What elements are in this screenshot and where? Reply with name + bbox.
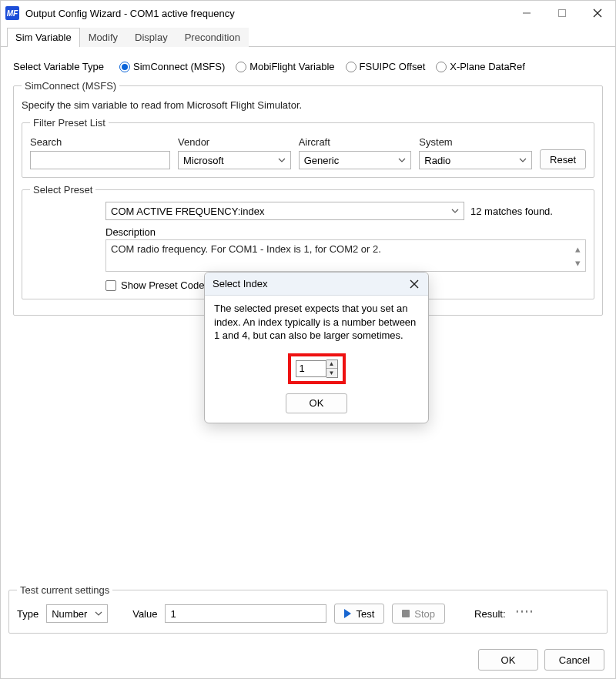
value-label: Value xyxy=(132,608,157,620)
tab-sim-variable[interactable]: Sim Variable xyxy=(7,28,80,47)
tab-display[interactable]: Display xyxy=(126,28,176,47)
chevron-up-icon: ▲ xyxy=(326,360,337,369)
description-text: COM radio frequency. For COM1 - Index is… xyxy=(111,243,381,255)
type-label: Type xyxy=(17,608,38,620)
test-settings-legend: Test current settings xyxy=(17,584,112,596)
dialog-title: Select Index xyxy=(213,278,268,289)
chevron-down-icon xyxy=(397,155,407,166)
radio-icon xyxy=(436,62,447,72)
tab-modify[interactable]: Modify xyxy=(80,28,126,47)
minimize-button[interactable] xyxy=(509,1,544,25)
simconnect-legend: SimConnect (MSFS) xyxy=(22,80,119,92)
chevron-down-icon: ▾ xyxy=(571,256,584,269)
dialog-body-text: The selected preset expects that you set… xyxy=(214,302,419,343)
system-select[interactable]: Radio xyxy=(419,151,532,169)
chevron-up-icon: ▴ xyxy=(571,242,584,256)
select-index-dialog: Select Index The selected preset expects… xyxy=(204,272,429,423)
radio-label: MobiFlight Variable xyxy=(249,61,334,72)
index-stepper[interactable]: ▲ ▼ xyxy=(326,360,338,378)
match-count: 12 matches found. xyxy=(470,206,586,217)
radio-simconnect[interactable]: SimConnect (MSFS) xyxy=(119,61,225,72)
play-icon xyxy=(344,609,351,618)
chevron-down-icon xyxy=(276,155,287,166)
index-input[interactable] xyxy=(296,360,326,377)
maximize-button[interactable] xyxy=(544,1,580,25)
dialog-close-button[interactable] xyxy=(408,278,420,290)
ok-button[interactable]: OK xyxy=(478,649,538,671)
simconnect-instruction: Specify the sim variable to read from Mi… xyxy=(22,99,594,111)
system-label: System xyxy=(419,136,532,148)
svg-rect-1 xyxy=(559,10,566,17)
system-value: Radio xyxy=(424,155,450,166)
filter-group: Filter Preset List Search Vendor Microso… xyxy=(22,117,594,178)
titlebar: MF Output Config Wizard - COM1 active fr… xyxy=(1,1,615,25)
preset-value: COM ACTIVE FREQUENCY:index xyxy=(111,206,264,217)
chevron-down-icon xyxy=(450,206,460,216)
radio-icon xyxy=(119,62,130,72)
close-button[interactable] xyxy=(580,1,615,25)
test-settings-group: Test current settings Type Number Value … xyxy=(8,584,608,634)
app-icon: MF xyxy=(5,6,19,20)
tab-precondition[interactable]: Precondition xyxy=(176,28,249,47)
minimize-icon xyxy=(522,8,531,18)
filter-legend: Filter Preset List xyxy=(30,117,109,129)
chevron-down-icon xyxy=(517,155,528,166)
show-preset-code-label: Show Preset Code xyxy=(121,279,204,291)
show-preset-code-checkbox[interactable] xyxy=(105,280,116,291)
window-title: Output Config Wizard - COM1 active frequ… xyxy=(25,8,235,19)
aircraft-label: Aircraft xyxy=(299,136,412,148)
test-button[interactable]: Test xyxy=(334,604,384,624)
aircraft-select[interactable]: Generic xyxy=(299,151,412,169)
type-select[interactable]: Number xyxy=(46,604,108,623)
search-input[interactable] xyxy=(30,151,170,169)
search-label: Search xyxy=(30,136,170,148)
vendor-value: Microsoft xyxy=(183,155,224,166)
index-spinner-highlight: ▲ ▼ xyxy=(288,353,346,384)
stop-button[interactable]: Stop xyxy=(392,604,445,624)
dialog-ok-button[interactable]: OK xyxy=(286,393,347,413)
result-value: ' ' ' ' xyxy=(517,608,533,620)
vendor-label: Vendor xyxy=(178,136,291,148)
tab-strip: Sim Variable Modify Display Precondition xyxy=(1,27,615,47)
stop-icon xyxy=(402,610,410,617)
radio-label: SimConnect (MSFS) xyxy=(133,61,225,72)
radio-fsuipc-offset[interactable]: FSUIPC Offset xyxy=(346,61,426,72)
preset-select[interactable]: COM ACTIVE FREQUENCY:index xyxy=(105,202,464,220)
radio-label: X-Plane DataRef xyxy=(450,61,525,72)
aircraft-value: Generic xyxy=(304,155,340,166)
select-preset-legend: Select Preset xyxy=(30,184,95,196)
result-label: Result: xyxy=(474,608,505,620)
test-button-label: Test xyxy=(356,608,374,620)
close-icon xyxy=(410,279,419,289)
cancel-button[interactable]: Cancel xyxy=(544,649,604,671)
variable-type-row: Select Variable Type SimConnect (MSFS) M… xyxy=(13,61,603,72)
footer-buttons: OK Cancel xyxy=(478,649,604,671)
type-value: Number xyxy=(52,608,87,620)
stop-button-label: Stop xyxy=(414,608,435,620)
variable-type-label: Select Variable Type xyxy=(13,61,104,72)
description-label: Description xyxy=(105,226,586,238)
maximize-icon xyxy=(557,8,567,18)
vendor-select[interactable]: Microsoft xyxy=(178,151,291,169)
description-scroll[interactable]: ▴ ▾ xyxy=(571,242,584,269)
radio-icon xyxy=(346,62,357,72)
chevron-down-icon: ▼ xyxy=(326,369,337,377)
description-box: COM radio frequency. For COM1 - Index is… xyxy=(105,239,586,272)
radio-xplane-dataref[interactable]: X-Plane DataRef xyxy=(436,61,525,72)
value-input[interactable] xyxy=(165,604,326,623)
radio-mobiflight-variable[interactable]: MobiFlight Variable xyxy=(236,61,334,72)
radio-label: FSUIPC Offset xyxy=(360,61,426,72)
chevron-down-icon xyxy=(93,608,104,619)
radio-icon xyxy=(236,62,246,72)
reset-button[interactable]: Reset xyxy=(540,149,586,169)
close-icon xyxy=(593,8,602,18)
